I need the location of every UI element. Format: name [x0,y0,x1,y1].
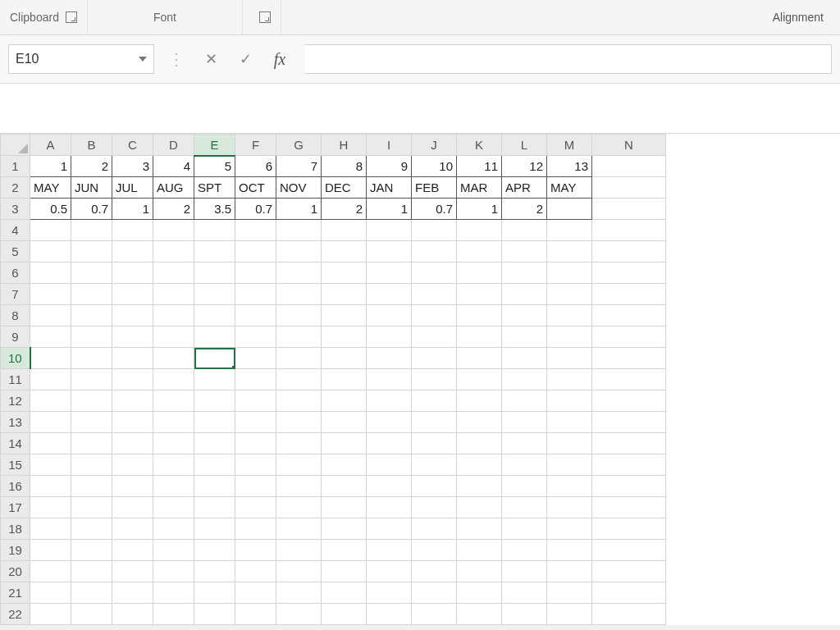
cell[interactable] [502,604,547,625]
cell[interactable] [547,433,592,454]
cell[interactable] [276,326,322,348]
cell[interactable] [457,454,502,476]
cell[interactable]: MAR [457,177,502,199]
cell[interactable] [412,476,457,497]
cell[interactable] [71,518,112,540]
cell[interactable] [592,454,666,476]
cell[interactable] [71,390,112,412]
cell[interactable] [412,284,457,305]
cell[interactable] [153,390,194,412]
cell[interactable] [71,284,112,305]
cell[interactable] [412,454,457,476]
cell[interactable] [367,284,412,305]
cell[interactable] [457,582,502,604]
cell[interactable] [367,604,412,625]
cell[interactable] [153,262,194,284]
cell[interactable] [153,540,194,561]
cell[interactable] [153,348,194,369]
cell[interactable] [235,348,276,369]
cell[interactable] [322,412,367,433]
cell[interactable] [457,390,502,412]
cell[interactable] [322,476,367,497]
cell[interactable] [112,582,153,604]
column-header[interactable]: E [194,135,235,156]
cell[interactable]: FEB [412,177,457,199]
cell[interactable] [592,156,666,177]
cell[interactable] [71,433,112,454]
row-header[interactable]: 14 [1,433,30,454]
cell[interactable]: 0.7 [412,199,457,220]
cell[interactable] [367,497,412,518]
cell[interactable] [322,582,367,604]
cell[interactable] [367,476,412,497]
cell[interactable] [194,582,235,604]
cell[interactable] [30,369,71,390]
cell[interactable] [322,326,367,348]
worksheet[interactable]: ABCDEFGHIJKLMN1123456789101112132MAYJUNJ… [0,134,840,625]
row-header[interactable]: 10 [1,348,30,369]
column-header[interactable]: A [30,135,71,156]
cell[interactable]: 9 [367,156,412,177]
cell[interactable] [71,348,112,369]
cell[interactable] [412,369,457,390]
cell[interactable] [322,433,367,454]
cell[interactable] [592,476,666,497]
cell[interactable] [592,199,666,220]
row-header[interactable]: 4 [1,220,30,241]
cell[interactable] [71,476,112,497]
cell[interactable] [153,220,194,241]
cell[interactable] [276,412,322,433]
cell[interactable] [235,220,276,241]
cell[interactable] [153,604,194,625]
cell[interactable]: 0.7 [71,199,112,220]
cell[interactable] [457,497,502,518]
cell[interactable] [322,454,367,476]
cell[interactable]: 1 [30,156,71,177]
cell[interactable] [30,412,71,433]
select-all-corner[interactable] [1,135,30,156]
cell[interactable] [153,412,194,433]
cell[interactable] [235,305,276,326]
cell[interactable] [71,604,112,625]
cell[interactable] [592,305,666,326]
cell[interactable] [235,582,276,604]
cell[interactable] [194,476,235,497]
cell[interactable] [276,241,322,262]
row-header[interactable]: 2 [1,177,30,199]
column-header[interactable]: B [71,135,112,156]
cell[interactable] [592,561,666,582]
cell[interactable] [502,476,547,497]
cell[interactable] [502,561,547,582]
cell[interactable] [153,241,194,262]
column-header[interactable]: N [592,135,666,156]
cell[interactable]: 2 [71,156,112,177]
cell[interactable] [276,305,322,326]
cell[interactable] [112,454,153,476]
cell[interactable] [71,540,112,561]
cell[interactable] [457,412,502,433]
cell[interactable] [30,561,71,582]
cell[interactable]: 11 [457,156,502,177]
cell[interactable] [502,348,547,369]
cell[interactable] [367,518,412,540]
cell[interactable] [322,497,367,518]
cell[interactable] [412,326,457,348]
cell[interactable] [153,518,194,540]
cell[interactable] [276,497,322,518]
cell[interactable] [502,305,547,326]
cell[interactable]: 2 [502,199,547,220]
cell[interactable] [112,540,153,561]
row-header[interactable]: 13 [1,412,30,433]
cell[interactable] [112,326,153,348]
cell[interactable] [112,604,153,625]
cell[interactable] [235,284,276,305]
cell[interactable] [457,220,502,241]
cell[interactable] [112,497,153,518]
cell[interactable] [592,582,666,604]
cell[interactable] [235,390,276,412]
cell[interactable] [235,262,276,284]
cell[interactable] [30,241,71,262]
cell[interactable]: 13 [547,156,592,177]
cell[interactable] [547,540,592,561]
cell[interactable] [194,284,235,305]
